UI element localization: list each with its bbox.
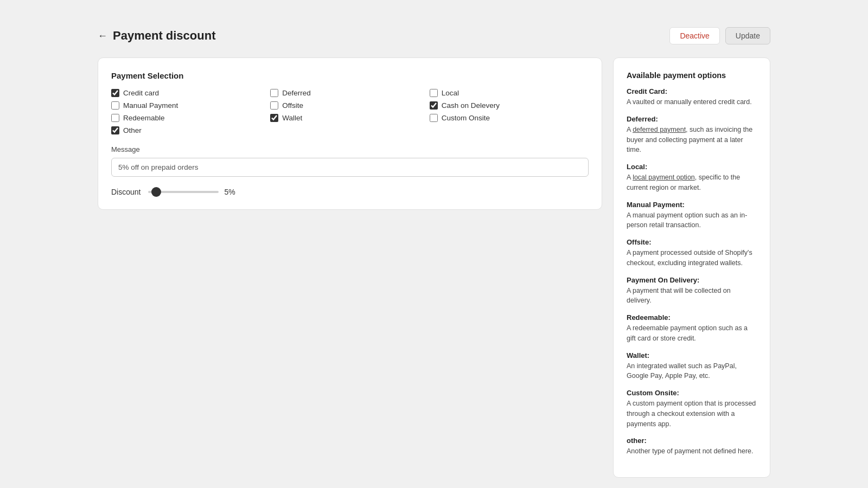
- payment-grid: Credit card Deferred Local Manual Paymen…: [111, 89, 589, 134]
- discount-label: Discount: [111, 188, 141, 196]
- checkbox-manual-payment-input[interactable]: [111, 101, 119, 110]
- checkbox-other[interactable]: Other: [111, 126, 270, 134]
- info-offsite: Offsite: A payment processed outside of …: [627, 238, 757, 268]
- checkbox-offsite-input[interactable]: [270, 101, 278, 110]
- checkbox-wallet[interactable]: Wallet: [270, 114, 429, 122]
- info-credit-card: Credit Card: A vaulted or manually enter…: [627, 87, 757, 107]
- checkbox-credit-card-input[interactable]: [111, 89, 119, 97]
- info-deferred: Deferred: A deferred payment, such as in…: [627, 115, 757, 155]
- checkbox-wallet-input[interactable]: [270, 114, 278, 122]
- message-input[interactable]: [111, 158, 589, 177]
- info-payment-on-delivery: Payment On Delivery: A payment that will…: [627, 276, 757, 306]
- slider-container: 5%: [148, 188, 235, 196]
- info-other: other: Another type of payment not defin…: [627, 436, 757, 457]
- deactive-button-top[interactable]: Deactive: [669, 27, 719, 44]
- main-card: Payment Selection Credit card Deferred L…: [98, 57, 602, 210]
- top-bar: ← Payment discount Deactive Update: [98, 27, 770, 44]
- checkbox-custom-onsite-input[interactable]: [430, 114, 438, 122]
- deferred-payment-link[interactable]: deferred payment: [633, 126, 686, 133]
- checkbox-deferred[interactable]: Deferred: [270, 89, 429, 97]
- discount-value: 5%: [224, 188, 235, 196]
- info-card-title: Available payment options: [627, 71, 757, 80]
- checkbox-local-input[interactable]: [430, 89, 438, 97]
- top-actions: Deactive Update: [669, 27, 770, 44]
- discount-slider[interactable]: [148, 191, 219, 193]
- update-button-top[interactable]: Update: [725, 27, 770, 44]
- checkbox-other-input[interactable]: [111, 126, 119, 134]
- checkbox-redeemable[interactable]: Redeemable: [111, 114, 270, 122]
- payment-selection-title: Payment Selection: [111, 71, 589, 80]
- checkbox-cash-on-delivery[interactable]: Cash on Delevery: [430, 101, 589, 110]
- local-payment-link[interactable]: local payment option: [633, 174, 695, 181]
- checkbox-cash-on-delivery-input[interactable]: [430, 101, 438, 110]
- info-custom-onsite: Custom Onsite: A custom payment option t…: [627, 389, 757, 429]
- page-title: Payment discount: [113, 29, 215, 43]
- checkbox-deferred-input[interactable]: [270, 89, 278, 97]
- checkbox-credit-card[interactable]: Credit card: [111, 89, 270, 97]
- back-arrow[interactable]: ←: [98, 30, 107, 42]
- info-card: Available payment options Credit Card: A…: [613, 57, 770, 478]
- info-wallet: Wallet: An integrated wallet such as Pay…: [627, 351, 757, 382]
- info-redeemable: Redeemable: A redeemable payment option …: [627, 313, 757, 344]
- info-manual-payment: Manual Payment: A manual payment option …: [627, 201, 757, 231]
- content-area: Payment Selection Credit card Deferred L…: [98, 57, 770, 478]
- title-group: ← Payment discount: [98, 29, 215, 43]
- discount-row: Discount 5%: [111, 188, 589, 196]
- checkbox-redeemable-input[interactable]: [111, 114, 119, 122]
- page-wrapper: ← Payment discount Deactive Update Payme…: [98, 27, 770, 488]
- checkbox-manual-payment[interactable]: Manual Payment: [111, 101, 270, 110]
- info-local: Local: A local payment option, specific …: [627, 163, 757, 193]
- checkbox-custom-onsite[interactable]: Custom Onsite: [430, 114, 589, 122]
- checkbox-local[interactable]: Local: [430, 89, 589, 97]
- message-label: Message: [111, 145, 589, 153]
- checkbox-offsite[interactable]: Offsite: [270, 101, 429, 110]
